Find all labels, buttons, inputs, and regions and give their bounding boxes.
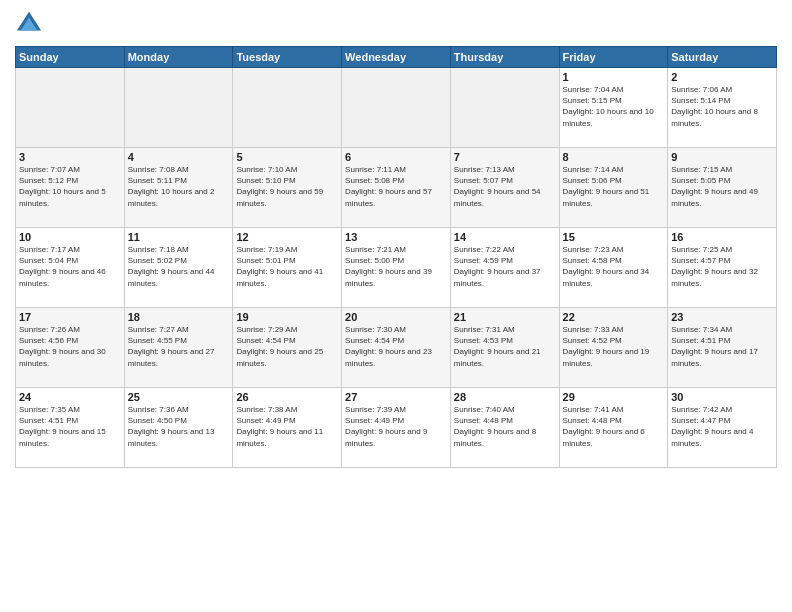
day-number: 9	[671, 151, 773, 163]
day-cell: 13Sunrise: 7:21 AM Sunset: 5:00 PM Dayli…	[342, 228, 451, 308]
week-row-2: 10Sunrise: 7:17 AM Sunset: 5:04 PM Dayli…	[16, 228, 777, 308]
day-info: Sunrise: 7:34 AM Sunset: 4:51 PM Dayligh…	[671, 324, 773, 369]
day-number: 21	[454, 311, 556, 323]
day-cell: 9Sunrise: 7:15 AM Sunset: 5:05 PM Daylig…	[668, 148, 777, 228]
day-cell: 28Sunrise: 7:40 AM Sunset: 4:48 PM Dayli…	[450, 388, 559, 468]
day-cell: 6Sunrise: 7:11 AM Sunset: 5:08 PM Daylig…	[342, 148, 451, 228]
day-number: 28	[454, 391, 556, 403]
day-cell: 23Sunrise: 7:34 AM Sunset: 4:51 PM Dayli…	[668, 308, 777, 388]
page: SundayMondayTuesdayWednesdayThursdayFrid…	[0, 0, 792, 612]
week-row-0: 1Sunrise: 7:04 AM Sunset: 5:15 PM Daylig…	[16, 68, 777, 148]
day-cell	[16, 68, 125, 148]
weekday-friday: Friday	[559, 47, 668, 68]
day-number: 30	[671, 391, 773, 403]
day-info: Sunrise: 7:22 AM Sunset: 4:59 PM Dayligh…	[454, 244, 556, 289]
day-info: Sunrise: 7:29 AM Sunset: 4:54 PM Dayligh…	[236, 324, 338, 369]
day-info: Sunrise: 7:18 AM Sunset: 5:02 PM Dayligh…	[128, 244, 230, 289]
day-number: 23	[671, 311, 773, 323]
day-number: 8	[563, 151, 665, 163]
day-info: Sunrise: 7:07 AM Sunset: 5:12 PM Dayligh…	[19, 164, 121, 209]
day-cell: 2Sunrise: 7:06 AM Sunset: 5:14 PM Daylig…	[668, 68, 777, 148]
day-info: Sunrise: 7:42 AM Sunset: 4:47 PM Dayligh…	[671, 404, 773, 449]
day-cell: 30Sunrise: 7:42 AM Sunset: 4:47 PM Dayli…	[668, 388, 777, 468]
day-number: 16	[671, 231, 773, 243]
logo-icon	[15, 10, 43, 38]
day-cell: 3Sunrise: 7:07 AM Sunset: 5:12 PM Daylig…	[16, 148, 125, 228]
day-cell: 8Sunrise: 7:14 AM Sunset: 5:06 PM Daylig…	[559, 148, 668, 228]
header	[15, 10, 777, 38]
day-info: Sunrise: 7:08 AM Sunset: 5:11 PM Dayligh…	[128, 164, 230, 209]
day-number: 2	[671, 71, 773, 83]
day-cell	[450, 68, 559, 148]
logo	[15, 10, 47, 38]
day-cell: 5Sunrise: 7:10 AM Sunset: 5:10 PM Daylig…	[233, 148, 342, 228]
day-number: 17	[19, 311, 121, 323]
day-number: 20	[345, 311, 447, 323]
day-info: Sunrise: 7:13 AM Sunset: 5:07 PM Dayligh…	[454, 164, 556, 209]
day-cell: 7Sunrise: 7:13 AM Sunset: 5:07 PM Daylig…	[450, 148, 559, 228]
week-row-1: 3Sunrise: 7:07 AM Sunset: 5:12 PM Daylig…	[16, 148, 777, 228]
day-cell: 29Sunrise: 7:41 AM Sunset: 4:48 PM Dayli…	[559, 388, 668, 468]
day-info: Sunrise: 7:41 AM Sunset: 4:48 PM Dayligh…	[563, 404, 665, 449]
weekday-sunday: Sunday	[16, 47, 125, 68]
day-number: 27	[345, 391, 447, 403]
day-cell: 27Sunrise: 7:39 AM Sunset: 4:49 PM Dayli…	[342, 388, 451, 468]
day-cell: 11Sunrise: 7:18 AM Sunset: 5:02 PM Dayli…	[124, 228, 233, 308]
weekday-wednesday: Wednesday	[342, 47, 451, 68]
weekday-saturday: Saturday	[668, 47, 777, 68]
day-cell: 24Sunrise: 7:35 AM Sunset: 4:51 PM Dayli…	[16, 388, 125, 468]
day-info: Sunrise: 7:17 AM Sunset: 5:04 PM Dayligh…	[19, 244, 121, 289]
week-row-3: 17Sunrise: 7:26 AM Sunset: 4:56 PM Dayli…	[16, 308, 777, 388]
day-info: Sunrise: 7:10 AM Sunset: 5:10 PM Dayligh…	[236, 164, 338, 209]
day-cell: 4Sunrise: 7:08 AM Sunset: 5:11 PM Daylig…	[124, 148, 233, 228]
day-cell: 1Sunrise: 7:04 AM Sunset: 5:15 PM Daylig…	[559, 68, 668, 148]
day-info: Sunrise: 7:26 AM Sunset: 4:56 PM Dayligh…	[19, 324, 121, 369]
day-cell: 15Sunrise: 7:23 AM Sunset: 4:58 PM Dayli…	[559, 228, 668, 308]
day-number: 29	[563, 391, 665, 403]
day-cell	[124, 68, 233, 148]
day-cell: 14Sunrise: 7:22 AM Sunset: 4:59 PM Dayli…	[450, 228, 559, 308]
weekday-thursday: Thursday	[450, 47, 559, 68]
day-info: Sunrise: 7:11 AM Sunset: 5:08 PM Dayligh…	[345, 164, 447, 209]
day-info: Sunrise: 7:33 AM Sunset: 4:52 PM Dayligh…	[563, 324, 665, 369]
day-number: 15	[563, 231, 665, 243]
weekday-header-row: SundayMondayTuesdayWednesdayThursdayFrid…	[16, 47, 777, 68]
day-cell: 18Sunrise: 7:27 AM Sunset: 4:55 PM Dayli…	[124, 308, 233, 388]
day-cell: 22Sunrise: 7:33 AM Sunset: 4:52 PM Dayli…	[559, 308, 668, 388]
day-info: Sunrise: 7:04 AM Sunset: 5:15 PM Dayligh…	[563, 84, 665, 129]
week-row-4: 24Sunrise: 7:35 AM Sunset: 4:51 PM Dayli…	[16, 388, 777, 468]
calendar-table: SundayMondayTuesdayWednesdayThursdayFrid…	[15, 46, 777, 468]
day-cell: 12Sunrise: 7:19 AM Sunset: 5:01 PM Dayli…	[233, 228, 342, 308]
day-info: Sunrise: 7:15 AM Sunset: 5:05 PM Dayligh…	[671, 164, 773, 209]
day-number: 19	[236, 311, 338, 323]
day-number: 3	[19, 151, 121, 163]
day-number: 26	[236, 391, 338, 403]
day-info: Sunrise: 7:21 AM Sunset: 5:00 PM Dayligh…	[345, 244, 447, 289]
weekday-tuesday: Tuesday	[233, 47, 342, 68]
day-info: Sunrise: 7:31 AM Sunset: 4:53 PM Dayligh…	[454, 324, 556, 369]
day-info: Sunrise: 7:40 AM Sunset: 4:48 PM Dayligh…	[454, 404, 556, 449]
day-cell: 16Sunrise: 7:25 AM Sunset: 4:57 PM Dayli…	[668, 228, 777, 308]
day-info: Sunrise: 7:27 AM Sunset: 4:55 PM Dayligh…	[128, 324, 230, 369]
day-cell: 21Sunrise: 7:31 AM Sunset: 4:53 PM Dayli…	[450, 308, 559, 388]
day-number: 13	[345, 231, 447, 243]
day-info: Sunrise: 7:36 AM Sunset: 4:50 PM Dayligh…	[128, 404, 230, 449]
day-number: 24	[19, 391, 121, 403]
day-info: Sunrise: 7:19 AM Sunset: 5:01 PM Dayligh…	[236, 244, 338, 289]
day-number: 25	[128, 391, 230, 403]
day-cell: 26Sunrise: 7:38 AM Sunset: 4:49 PM Dayli…	[233, 388, 342, 468]
weekday-monday: Monday	[124, 47, 233, 68]
day-cell: 17Sunrise: 7:26 AM Sunset: 4:56 PM Dayli…	[16, 308, 125, 388]
day-number: 10	[19, 231, 121, 243]
day-cell: 20Sunrise: 7:30 AM Sunset: 4:54 PM Dayli…	[342, 308, 451, 388]
day-info: Sunrise: 7:35 AM Sunset: 4:51 PM Dayligh…	[19, 404, 121, 449]
day-cell: 19Sunrise: 7:29 AM Sunset: 4:54 PM Dayli…	[233, 308, 342, 388]
day-number: 12	[236, 231, 338, 243]
day-info: Sunrise: 7:38 AM Sunset: 4:49 PM Dayligh…	[236, 404, 338, 449]
day-cell	[233, 68, 342, 148]
day-info: Sunrise: 7:30 AM Sunset: 4:54 PM Dayligh…	[345, 324, 447, 369]
day-cell	[342, 68, 451, 148]
day-number: 11	[128, 231, 230, 243]
day-number: 4	[128, 151, 230, 163]
day-number: 18	[128, 311, 230, 323]
